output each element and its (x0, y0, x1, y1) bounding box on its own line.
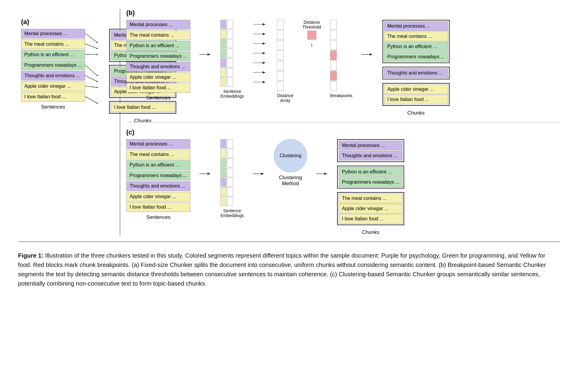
panel-b-embeddings-wrapper: SentenceEmbeddings (220, 20, 244, 99)
list-item: Thoughts and emotions ... (126, 62, 190, 72)
list-item: Mental processes ... (339, 141, 403, 150)
arrow-b1 (199, 20, 211, 89)
list-item: Python is an efficient ... (384, 42, 448, 51)
list-item: The meal contains ... (339, 194, 403, 203)
panel-b-embeddings (220, 20, 244, 87)
breakpoints-label-b: Breakpoints (330, 93, 352, 98)
list-item: Python is an efficient ... (339, 167, 403, 177)
panel-a-label: (a) (21, 18, 114, 26)
svg-line-3 (85, 65, 97, 75)
clustering-method-label: ClusteringMethod (279, 175, 302, 187)
list-item: Apple cider vinegar ... (384, 84, 448, 94)
arrow-right-b1-svg (199, 51, 211, 57)
embeddings-label-b: SentenceEmbeddings (220, 89, 244, 99)
list-item: I love Italian food ... (339, 214, 403, 224)
diagram-area: (a) Mental processes ... The meal contai… (18, 9, 560, 242)
panel-c-chunks: Mental processes ... Thoughts and emotio… (337, 139, 404, 227)
arrow-right-c3-svg (316, 171, 328, 177)
chunk-group-c3: The meal contains ... Apple cider vinega… (337, 192, 404, 225)
svg-marker-31 (370, 53, 373, 56)
panel-b-distance-wrapper: DistanceArray (277, 20, 293, 103)
chunk-group-b2: Thoughts and emotions ... (383, 67, 450, 79)
svg-marker-24 (263, 33, 266, 35)
list-item: I love Italian food ... (384, 95, 448, 104)
list-item: Thoughts and emotions ... (384, 68, 448, 78)
list-item: The meal contains ... (126, 30, 190, 40)
main-container: (a) Mental processes ... The meal contai… (18, 9, 560, 288)
threshold-title: DistanceThreshold (302, 20, 321, 29)
panel-c-chunks-wrapper: Mental processes ... Thoughts and emotio… (337, 139, 404, 235)
svg-marker-9 (97, 54, 99, 55)
arrow-right-b3-svg (361, 51, 374, 57)
svg-line-5 (85, 86, 97, 87)
list-item: Thoughts and emotions ... (126, 181, 190, 191)
list-item: Mental processes ... (126, 139, 190, 149)
panels-bc: (b) Mental processes ... The meal contai… (120, 9, 560, 235)
list-item: Mental processes ... (21, 29, 85, 38)
list-item: The meal contains ... (126, 150, 190, 159)
arrow-c3 (316, 139, 328, 208)
clustering-wrapper: Clustering ClusteringMethod (274, 139, 307, 187)
panel-b: (b) Mental processes ... The meal contai… (126, 9, 560, 122)
list-item: Apple cider vinegar ... (21, 81, 85, 91)
arrow-down-b: ↓ (310, 41, 313, 48)
list-item: The meal contains ... (21, 39, 85, 49)
svg-marker-11 (97, 81, 99, 82)
panel-b-sentences: Mental processes ... The meal contains .… (126, 20, 190, 93)
figure-caption: Figure 1: Illustration of the three chun… (18, 251, 560, 288)
arrow-right-c1-svg (199, 171, 211, 177)
svg-marker-13 (97, 103, 99, 104)
list-item: I love Italian food ... (126, 202, 190, 212)
arrow-right-c2-svg (253, 171, 265, 177)
svg-marker-10 (97, 75, 99, 76)
svg-marker-37 (324, 173, 327, 175)
list-item: I love Italian food ... (21, 92, 85, 102)
list-item: Mental processes ... (384, 21, 448, 31)
list-item: Programmers nowadays ... (21, 60, 85, 70)
list-item: Python is an efficient ... (126, 41, 190, 51)
panel-b-breakpoints-wrapper: Breakpoints (330, 20, 352, 98)
sentences-label-c: Sentences (126, 214, 190, 220)
list-item: Programmers nowadays ... (126, 171, 190, 180)
list-item: Programmers nowadays ... (126, 51, 190, 61)
panel-a-sentences-list: Mental processes ... The meal contains .… (21, 29, 85, 102)
threshold-box (307, 31, 316, 40)
panel-a: (a) Mental processes ... The meal contai… (18, 9, 120, 235)
arrow-c1 (199, 139, 211, 208)
panel-c-embeddings-wrapper: SentenceEmbeddings (220, 139, 244, 218)
svg-line-0 (85, 33, 97, 42)
arrow-b2 (253, 20, 268, 89)
panel-c: (c) Mental processes ... The meal contai… (126, 125, 560, 235)
panel-b-breakpoints (330, 20, 352, 91)
svg-marker-23 (263, 23, 266, 26)
chunks-label-c: Chunks (337, 229, 404, 235)
panel-b-chunks: Mental processes ... The meal contains .… (383, 20, 450, 108)
list-item: Apple cider vinegar ... (126, 192, 190, 201)
panel-a-content: Mental processes ... The meal contains .… (21, 29, 114, 124)
list-item: Python is an efficient ... (21, 50, 85, 60)
svg-marker-12 (97, 87, 99, 88)
arrow-multi-b (253, 20, 268, 89)
svg-line-6 (85, 96, 97, 103)
clustering-circle: Clustering (274, 139, 307, 172)
list-item: Apple cider vinegar ... (339, 204, 403, 213)
threshold-section: DistanceThreshold ↓ (302, 20, 321, 48)
list-item: Thoughts and emotions ... (339, 151, 403, 161)
chunk-group-c1: Mental processes ... Thoughts and emotio… (337, 139, 404, 162)
distance-label-b: DistanceArray (277, 93, 293, 103)
svg-marker-15 (208, 53, 211, 56)
panel-b-sentences-wrapper: Mental processes ... The meal contains .… (126, 20, 190, 101)
svg-marker-29 (263, 81, 266, 83)
caption-text: Illustration of the three chunkers teste… (18, 252, 546, 287)
svg-marker-27 (263, 62, 266, 64)
chunk-group-c2: Python is an efficient ... Programmers n… (337, 166, 404, 188)
arrow-b3 (361, 20, 374, 89)
svg-line-1 (85, 44, 97, 48)
list-item: Programmers nowadays ... (339, 177, 403, 187)
list-item: Python is an efficient ... (126, 160, 190, 170)
sentences-label-b: Sentences (126, 95, 190, 101)
svg-line-4 (85, 75, 97, 81)
panel-b-label: (b) (126, 9, 560, 17)
panel-c-sentences-wrapper: Mental processes ... The meal contains .… (126, 139, 190, 220)
arrow-c2 (253, 139, 265, 208)
